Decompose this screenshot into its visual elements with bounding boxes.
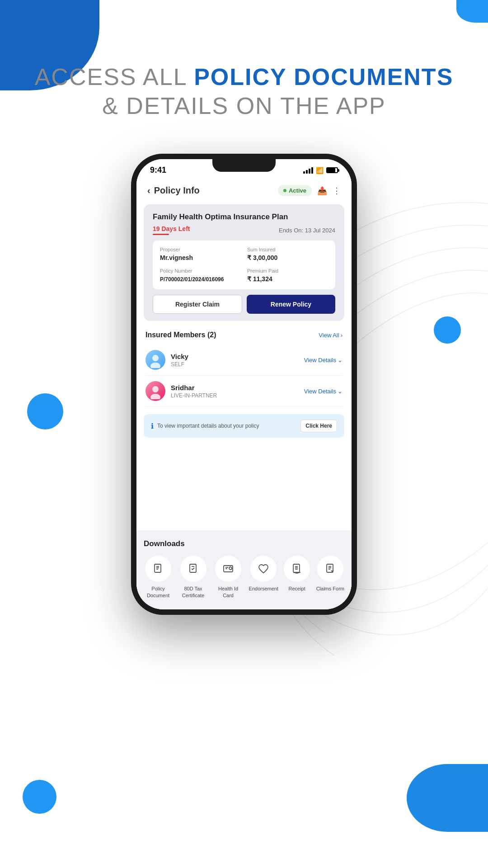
receipt-icon <box>284 556 310 582</box>
download-policy-document[interactable]: Policy Document <box>144 556 173 599</box>
tax-certificate-label: 80D Tax Certificate <box>179 585 208 599</box>
renew-policy-button[interactable]: Renew Policy <box>247 295 335 314</box>
nav-actions: Active 📤 ⋮ <box>278 185 341 196</box>
endorsement-icon <box>250 556 277 582</box>
svg-point-2 <box>152 386 159 392</box>
member-row: Vicky SELF View Details ⌄ <box>145 344 343 376</box>
phone-notch <box>212 159 276 172</box>
proposer-item: Proposer Mr.vignesh <box>160 247 241 262</box>
policy-number-item: Policy Number P/700002/01/2024/016096 <box>160 268 241 283</box>
register-claim-button[interactable]: Register Claim <box>153 295 242 314</box>
status-time: 9:41 <box>150 165 166 175</box>
policy-number-label: Policy Number <box>160 268 241 274</box>
endorsement-label: Endorsement <box>249 585 278 592</box>
svg-rect-4 <box>155 564 161 572</box>
svg-point-3 <box>150 394 160 399</box>
header-highlight: POLICY DOCUMENTS <box>194 64 453 90</box>
proposer-value: Mr.vignesh <box>160 254 193 261</box>
blob-left-mid <box>27 393 63 429</box>
receipt-label: Receipt <box>288 585 305 592</box>
downloads-grid: Policy Document 80D Tax Certificate <box>144 556 344 599</box>
expiry-row: 19 Days Left Ends On: 13 Jul 2024 <box>153 225 335 235</box>
proposer-label: Proposer <box>160 247 241 252</box>
policy-card: Family Health Optima Insurance Plan 19 D… <box>144 204 344 321</box>
member-name: Sridhar <box>171 384 217 392</box>
premium-paid-value: ₹ 11,324 <box>247 275 272 283</box>
svg-point-0 <box>152 355 159 361</box>
member-info: Sridhar LIVE-IN-PARTNER <box>145 381 217 401</box>
member-name: Vicky <box>171 353 188 360</box>
phone-mockup: 9:41 📶 <box>131 154 357 615</box>
policy-document-icon <box>145 556 171 582</box>
sum-insured-label: Sum Insured <box>247 247 328 252</box>
more-icon[interactable]: ⋮ <box>333 186 341 196</box>
status-badge: Active <box>278 185 312 196</box>
info-left: ℹ To view important details about your p… <box>151 422 259 430</box>
view-details-button[interactable]: View Details ⌄ <box>304 388 343 395</box>
download-health-id-card[interactable]: Health Id Card <box>214 556 243 599</box>
blob-top-right <box>456 0 488 23</box>
info-text: To view important details about your pol… <box>157 423 259 429</box>
nav-back-button[interactable]: ‹ Policy Info <box>147 185 200 196</box>
blob-bottom-right <box>407 764 488 832</box>
download-receipt[interactable]: Receipt <box>284 556 310 599</box>
nav-bar: ‹ Policy Info Active 📤 ⋮ <box>136 179 352 201</box>
member-row: Sridhar LIVE-IN-PARTNER View Details ⌄ <box>145 376 343 407</box>
claims-form-label: Claims Form <box>316 585 344 592</box>
header-line2: & DETAILS ON THE APP <box>0 92 488 119</box>
battery-icon <box>326 167 338 173</box>
header-section: ACCESS ALL POLICY DOCUMENTS & DETAILS ON… <box>0 63 488 119</box>
view-details-button[interactable]: View Details ⌄ <box>304 357 343 363</box>
back-arrow-icon: ‹ <box>147 185 150 196</box>
member-relation: SELF <box>171 361 188 368</box>
premium-paid-item: Premium Paid ₹ 11,324 <box>247 268 328 283</box>
download-endorsement[interactable]: Endorsement <box>249 556 278 599</box>
status-dot <box>283 189 286 192</box>
plan-name: Family Health Optima Insurance Plan <box>153 212 335 222</box>
header-line1: ACCESS ALL POLICY DOCUMENTS <box>0 63 488 90</box>
policy-number-value: P/700002/01/2024/016096 <box>160 276 224 283</box>
avatar <box>145 350 165 370</box>
member-relation: LIVE-IN-PARTNER <box>171 392 217 399</box>
health-id-card-icon <box>215 556 241 582</box>
svg-rect-8 <box>190 564 196 572</box>
policy-details-grid: Proposer Mr.vignesh Sum Insured ₹ 3,00,0… <box>153 241 335 289</box>
policy-document-label: Policy Document <box>144 585 173 599</box>
member-info: Vicky SELF <box>145 350 188 370</box>
view-all-button[interactable]: View All › <box>319 332 343 339</box>
app-content: ‹ Policy Info Active 📤 ⋮ Family Healt <box>136 179 352 604</box>
download-claims-form[interactable]: Claims Form <box>316 556 344 599</box>
download-80d-tax[interactable]: 80D Tax Certificate <box>179 556 208 599</box>
blob-bottom-left <box>23 780 56 814</box>
share-icon[interactable]: 📤 <box>317 186 327 196</box>
ends-on: Ends On: 13 Jul 2024 <box>279 227 335 234</box>
claims-form-icon <box>317 556 343 582</box>
svg-point-1 <box>150 363 160 368</box>
click-here-button[interactable]: Click Here <box>300 420 337 432</box>
members-section: Insured Members (2) View All › <box>136 325 352 410</box>
health-id-card-label: Health Id Card <box>214 585 243 599</box>
members-header: Insured Members (2) View All › <box>145 331 343 339</box>
members-title: Insured Members (2) <box>145 331 216 339</box>
tax-certificate-icon <box>180 556 206 582</box>
status-label: Active <box>289 187 306 194</box>
info-icon: ℹ <box>151 422 154 430</box>
info-banner: ℹ To view important details about your p… <box>144 414 344 438</box>
svg-rect-14 <box>293 564 300 572</box>
status-icons: 📶 <box>303 167 338 174</box>
phone-shell: 9:41 📶 <box>131 154 357 615</box>
svg-point-13 <box>229 567 232 570</box>
sum-insured-value: ₹ 3,00,000 <box>247 254 277 261</box>
sum-insured-item: Sum Insured ₹ 3,00,000 <box>247 247 328 262</box>
downloads-section: Downloads Policy Docum <box>136 530 352 604</box>
signal-icon <box>303 167 313 174</box>
phone-screen: 9:41 📶 <box>136 159 352 609</box>
avatar <box>145 381 165 401</box>
premium-paid-label: Premium Paid <box>247 268 328 274</box>
days-left: 19 Days Left <box>153 225 190 235</box>
action-buttons: Register Claim Renew Policy <box>153 295 335 314</box>
wifi-icon: 📶 <box>316 167 324 174</box>
page-title: Policy Info <box>154 185 200 196</box>
downloads-title: Downloads <box>144 539 344 548</box>
